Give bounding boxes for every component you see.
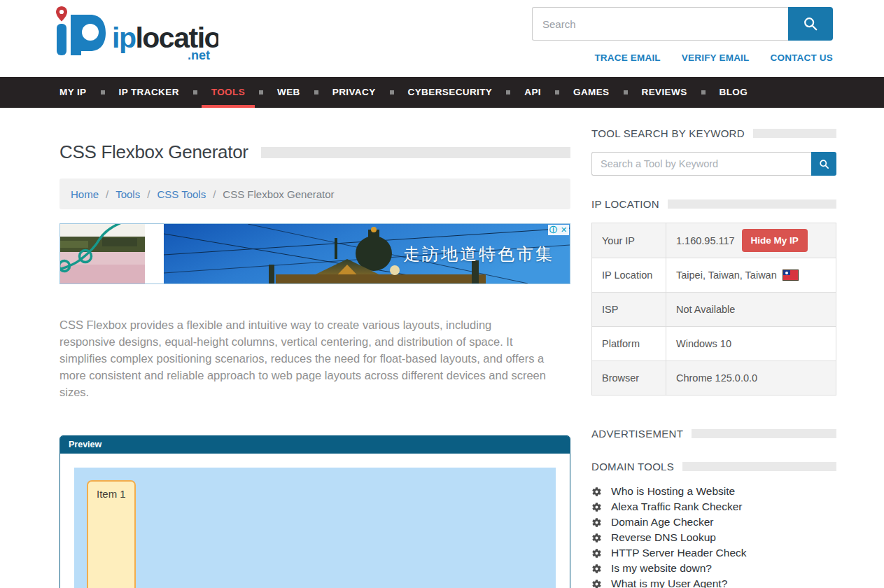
domain-tool-label: Alexa Traffic Rank Checker: [611, 500, 743, 513]
ad-landscape-image: [60, 224, 145, 284]
breadcrumb: Home / Tools / CSS Tools / CSS Flexbox G…: [59, 178, 570, 209]
domain-tool-label: Domain Age Checker: [611, 516, 713, 528]
gear-icon: [591, 579, 602, 588]
breadcrumb-tools-link[interactable]: Tools: [115, 188, 140, 200]
nav-separator: [506, 90, 510, 94]
domain-tool-link-hosting[interactable]: Who is Hosting a Website: [591, 484, 836, 499]
domain-tool-link-domain-age[interactable]: Domain Age Checker: [591, 514, 836, 530]
gear-icon: [591, 533, 602, 543]
ip-row-label: Platform: [592, 327, 666, 360]
domain-tool-link-http-header[interactable]: HTTP Server Header Check: [591, 545, 836, 561]
breadcrumb-separator: /: [213, 188, 216, 200]
title-row: CSS Flexbox Generator: [59, 141, 570, 163]
domain-tool-link-alexa[interactable]: Alexa Traffic Rank Checker: [591, 499, 836, 514]
breadcrumb-separator: /: [147, 188, 150, 200]
breadcrumb-current: CSS Flexbox Generator: [223, 188, 334, 200]
domain-tool-link-website-down[interactable]: Is my website down?: [591, 561, 836, 576]
heading-decoration-bar: [668, 200, 836, 209]
domain-tools-heading-label: DOMAIN TOOLS: [591, 461, 674, 472]
domain-tool-link-user-agent[interactable]: What is my User Agent?: [591, 576, 836, 588]
gear-icon: [591, 517, 602, 528]
verify-email-link[interactable]: VERIFY EMAIL: [682, 52, 750, 63]
nav-item-tools[interactable]: TOOLS: [211, 77, 245, 108]
nav-separator: [390, 90, 394, 94]
ad-creative[interactable]: 走訪地道特色市集 ⓘ ✕: [164, 224, 570, 284]
preview-panel-header: Preview: [60, 436, 570, 454]
ip-row-label: Your IP: [592, 223, 666, 258]
gear-icon: [591, 548, 602, 559]
nav-separator: [555, 90, 559, 94]
breadcrumb-css-tools-link[interactable]: CSS Tools: [157, 188, 206, 200]
tool-description: CSS Flexbox provides a flexible and intu…: [59, 316, 549, 400]
table-row: IP Location Taipei, Taiwan, Taiwan: [592, 258, 836, 292]
ip-location-table: Your IP 1.160.95.117 Hide My IP IP Locat…: [591, 223, 836, 396]
ad-close-icon[interactable]: ✕: [559, 225, 569, 235]
site-logo[interactable]: iplocation .net: [50, 4, 218, 66]
breadcrumb-separator: /: [106, 188, 108, 200]
preview-panel-body: Item 1: [60, 454, 570, 588]
domain-tool-link-reverse-dns[interactable]: Reverse DNS Lookup: [591, 530, 836, 545]
heading-decoration-bar: [692, 429, 836, 438]
domain-tool-label: Who is Hosting a Website: [611, 485, 735, 498]
isp-value: Not Available: [666, 293, 836, 326]
ip-location-value: Taipei, Taiwan, Taiwan: [676, 270, 777, 281]
domain-tool-label: HTTP Server Header Check: [611, 547, 747, 559]
breadcrumb-home-link[interactable]: Home: [71, 188, 99, 200]
domain-tool-label: Reverse DNS Lookup: [611, 531, 716, 544]
nav-item-api[interactable]: API: [524, 77, 541, 108]
gear-icon: [591, 502, 602, 512]
browser-value: Chrome 125.0.0.0: [666, 361, 836, 395]
nav-separator: [193, 90, 197, 94]
trace-email-link[interactable]: TRACE EMAIL: [594, 52, 660, 63]
nav-item-privacy[interactable]: PRIVACY: [332, 77, 376, 108]
contact-us-link[interactable]: CONTACT US: [771, 52, 834, 63]
main-column: CSS Flexbox Generator Home / Tools / CSS…: [59, 108, 570, 588]
tool-search-heading: TOOL SEARCH BY KEYWORD: [591, 127, 836, 139]
advertisement-heading: ADVERTISEMENT: [591, 428, 836, 440]
nav-item-blog[interactable]: BLOG: [720, 77, 748, 108]
tool-search-input[interactable]: [591, 152, 811, 176]
gear-icon: [591, 564, 602, 574]
flex-preview-container: Item 1: [74, 468, 556, 588]
table-row: Browser Chrome 125.0.0.0: [592, 360, 836, 395]
preview-panel: Preview Item 1: [59, 435, 570, 588]
title-decoration-bar: [261, 147, 570, 158]
logo-text-tld: .net: [188, 48, 210, 62]
nav-item-web[interactable]: WEB: [277, 77, 300, 108]
site-search-input[interactable]: [532, 7, 788, 41]
domain-tool-label: Is my website down?: [611, 562, 712, 575]
site-search-button[interactable]: [788, 7, 833, 41]
ip-row-label: Browser: [592, 361, 666, 395]
header-links: TRACE EMAIL VERIFY EMAIL CONTACT US: [532, 52, 833, 63]
nav-item-ip-tracker[interactable]: IP TRACKER: [119, 77, 179, 108]
ad-overlay-text: 走訪地道特色市集: [403, 243, 554, 265]
tool-search-button[interactable]: [811, 152, 836, 176]
domain-tools-list: Who is Hosting a Website Alexa Traffic R…: [591, 484, 836, 588]
sidebar: TOOL SEARCH BY KEYWORD IP LOCATION Your …: [591, 108, 836, 588]
nav-separator: [259, 90, 263, 94]
nav-separator: [314, 90, 318, 94]
nav-item-games[interactable]: GAMES: [573, 77, 610, 108]
gear-icon: [591, 486, 602, 497]
ip-location-heading: IP LOCATION: [591, 198, 836, 210]
nav-item-my-ip[interactable]: MY IP: [59, 77, 87, 108]
flex-preview-item-1: Item 1: [87, 480, 136, 588]
site-search-form: [532, 7, 833, 41]
domain-tools-heading: DOMAIN TOOLS: [591, 461, 836, 472]
tool-search-form: [591, 152, 836, 176]
table-row: Your IP 1.160.95.117 Hide My IP: [592, 223, 836, 258]
page-title: CSS Flexbox Generator: [59, 141, 248, 163]
ad-info-icon[interactable]: ⓘ: [548, 225, 559, 235]
hide-my-ip-button[interactable]: Hide My IP: [742, 229, 808, 252]
search-icon: [819, 159, 829, 169]
nav-separator: [624, 90, 628, 94]
search-icon: [803, 16, 818, 31]
your-ip-value: 1.160.95.117: [676, 235, 735, 246]
nav-item-reviews[interactable]: REVIEWS: [642, 77, 687, 108]
logo-text-ip: ip: [112, 22, 136, 54]
nav-item-cybersecurity[interactable]: CYBERSECURITY: [408, 77, 493, 108]
ad-banner[interactable]: 走訪地道特色市集 ⓘ ✕: [59, 223, 570, 284]
ad-left-image[interactable]: [60, 224, 145, 284]
table-row: Platform Windows 10: [592, 326, 836, 360]
site-header: iplocation .net TRACE EMAIL VERIFY EMAIL…: [0, 0, 884, 77]
